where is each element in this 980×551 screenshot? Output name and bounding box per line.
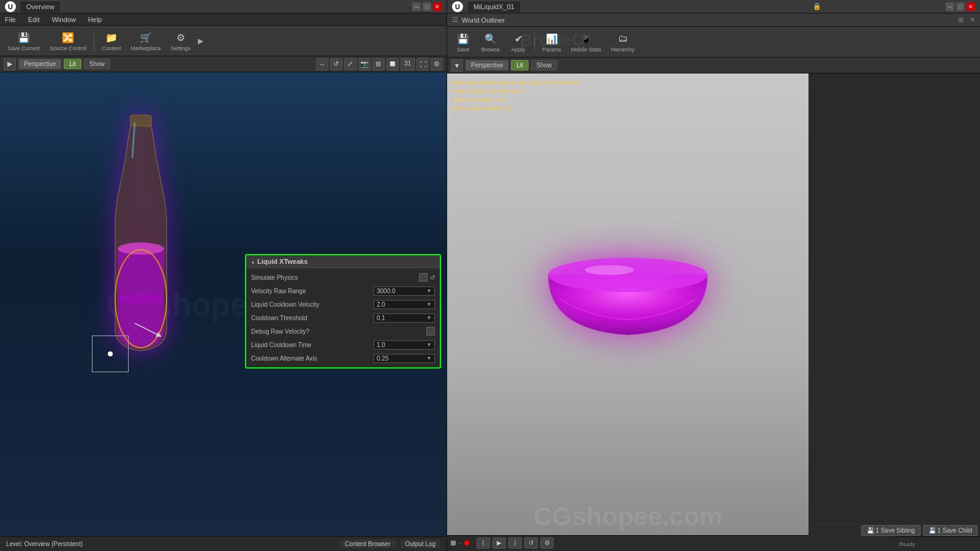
svg-point-7: [585, 265, 634, 275]
minimize-btn-left[interactable]: ─: [412, 2, 421, 11]
xt-label-velocity: Velocity Raw Range: [251, 288, 374, 294]
apply-btn[interactable]: ✔ Apply: [506, 29, 530, 54]
browse-label: Browse: [481, 47, 500, 53]
perspective-btn-right[interactable]: Perspective: [466, 60, 508, 70]
bottle-container: [80, 109, 202, 367]
unreal-logo-right: U: [452, 1, 463, 12]
menu-help-left[interactable]: Help: [86, 16, 105, 23]
scale-btn[interactable]: ⤢: [344, 58, 356, 70]
simulate-checkbox[interactable]: [419, 273, 428, 282]
bowl-container: [542, 232, 714, 343]
close-btn-left[interactable]: ✕: [433, 2, 442, 11]
next-frame-btn[interactable]: ⟩: [508, 538, 522, 549]
prev-frame-btn[interactable]: ⟨: [477, 538, 490, 549]
left-menu-bar: File Edit Window Help: [0, 13, 447, 26]
right-viewport-toolbar: ▼ Perspective Lit Show: [447, 58, 980, 73]
rotate-btn[interactable]: ↺: [330, 58, 342, 70]
rv-settings-btn[interactable]: ▼: [451, 59, 463, 72]
alt-axis-input[interactable]: 0.25 ▼: [374, 354, 435, 363]
grid-size: 31: [401, 58, 415, 70]
xt-row-lcd-time: Liquid Cooldown Time 1.0 ▼: [246, 338, 440, 351]
grid-btn[interactable]: ⊞: [372, 58, 385, 70]
params-label: Params: [542, 47, 561, 53]
toolbar-sep-right: [534, 31, 535, 53]
lcd-velocity-input[interactable]: 2.0 ▼: [374, 300, 435, 309]
svg-point-2: [118, 242, 164, 255]
save-current-label: Save Current: [7, 45, 40, 51]
output-log-tab[interactable]: Output Log: [401, 539, 440, 549]
loop-btn[interactable]: ↺: [524, 538, 538, 549]
xt-label-simulate: Simulate Physics: [251, 274, 419, 281]
camera-settings-btn[interactable]: ⚙: [540, 538, 554, 549]
debug-checkbox[interactable]: [426, 327, 435, 335]
params-btn[interactable]: 📊 Params: [538, 29, 565, 54]
hierarchy-icon: 🗂: [616, 31, 630, 46]
menu-edit-left[interactable]: Edit: [26, 16, 42, 23]
source-control-btn[interactable]: 🔀 Source Control: [46, 28, 90, 53]
left-tab[interactable]: Overview: [20, 1, 61, 12]
xtweaks-panel: ⬥ Liquid XTweaks Simulate Physics ↺ Velo…: [245, 254, 441, 369]
lit-btn-right[interactable]: Lit: [511, 60, 529, 70]
content-browser-tab[interactable]: Content Browser: [340, 539, 395, 549]
show-btn-left[interactable]: Show: [84, 59, 110, 69]
right-title-bar: U MiLiquidX_01 🔒 ─ □ ✕: [447, 0, 980, 13]
browse-btn[interactable]: 🔍 Browse: [478, 29, 503, 54]
xt-label-debug: Debug Raw Velocity?: [251, 328, 426, 335]
save-buttons-row: 💾 1 Save Sibling 💾 1 Save Child: [809, 524, 980, 536]
maximize-btn-left[interactable]: □: [423, 2, 431, 11]
cooldown-thresh-input[interactable]: 0.1 ▼: [374, 313, 435, 323]
translate-btn[interactable]: ↔: [316, 58, 328, 70]
save-child-btn[interactable]: 💾 1 Save Child: [923, 525, 978, 536]
marketplace-label: Marketplace: [131, 45, 161, 51]
close-btn-right[interactable]: ✕: [967, 2, 975, 11]
browse-icon: 🔍: [483, 31, 498, 46]
lock-icon[interactable]: 🔒: [813, 2, 821, 11]
params-icon: 📊: [545, 31, 559, 46]
play-btn[interactable]: ▶: [492, 538, 506, 549]
mobile-stats-btn[interactable]: 📱 Mobile Stats: [567, 29, 605, 54]
svg-point-6: [548, 258, 707, 292]
settings-label: Settings: [171, 45, 191, 51]
x-axis-dot: [464, 541, 469, 545]
xt-label-lcd-velocity: Liquid Cooldown Velocity: [251, 301, 374, 308]
hierarchy-label: Hierarchy: [611, 47, 635, 53]
level-bar: Level: Overview (Persistent) Content Bro…: [0, 536, 447, 551]
menu-window-left[interactable]: Window: [50, 16, 78, 23]
marketplace-btn[interactable]: 🛒 Marketplace: [127, 28, 165, 53]
left-toolbar: 💾 Save Current 🔀 Source Control 📁 Conten…: [0, 26, 447, 56]
save-btn-right[interactable]: 💾 Save: [451, 29, 475, 54]
xt-row-simulate: Simulate Physics ↺: [246, 271, 440, 284]
marketplace-icon: 🛒: [138, 30, 153, 45]
lcd-time-input[interactable]: 1.0 ▼: [374, 340, 435, 350]
right-main-area: Base pass shader without light map: 139 …: [447, 73, 980, 550]
right-tab[interactable]: MiLiquidX_01: [467, 1, 521, 12]
toolbar-expand[interactable]: ▶: [198, 37, 203, 45]
snap-btn[interactable]: 🔲: [386, 58, 399, 70]
velocity-input[interactable]: 3000.0 ▼: [374, 287, 435, 296]
show-btn-right[interactable]: Show: [531, 60, 557, 70]
maximize-btn-right[interactable]: □: [956, 2, 965, 11]
bottom-status: Ready: [899, 541, 915, 547]
xt-row-velocity: Velocity Raw Range 3000.0 ▼: [246, 284, 440, 298]
perspective-btn-left[interactable]: Perspective: [18, 59, 61, 69]
settings-vp-btn[interactable]: ⚙: [431, 58, 443, 70]
content-btn[interactable]: 📁 Content: [98, 28, 125, 53]
save-sibling-btn[interactable]: 💾 1 Save Sibling: [861, 525, 921, 536]
vt-realtime-btn[interactable]: ▶: [4, 58, 16, 70]
xt-row-debug: Debug Raw Velocity?: [246, 324, 440, 338]
fullscreen-btn[interactable]: ⛶: [417, 58, 429, 70]
svg-rect-0: [130, 115, 151, 126]
minimize-btn-right[interactable]: ─: [946, 2, 954, 11]
wo-close-btn[interactable]: ✕: [970, 16, 975, 24]
camera-btn[interactable]: 📷: [358, 58, 371, 70]
settings-btn[interactable]: ⚙ Settings: [167, 28, 195, 53]
hierarchy-btn[interactable]: 🗂 Hierarchy: [608, 29, 639, 54]
lit-btn-left[interactable]: Lit: [64, 59, 81, 69]
wo-options-btn[interactable]: ⊞: [958, 16, 963, 24]
menu-file-left[interactable]: File: [2, 16, 18, 23]
unreal-logo-left: U: [5, 1, 16, 12]
level-text: Level: Overview (Persistent): [6, 541, 83, 547]
save-current-btn[interactable]: 💾 Save Current: [4, 28, 43, 53]
left-window-controls: ─ □ ✕: [412, 2, 442, 11]
right-viewport[interactable]: Base pass shader without light map: 139 …: [447, 73, 809, 550]
